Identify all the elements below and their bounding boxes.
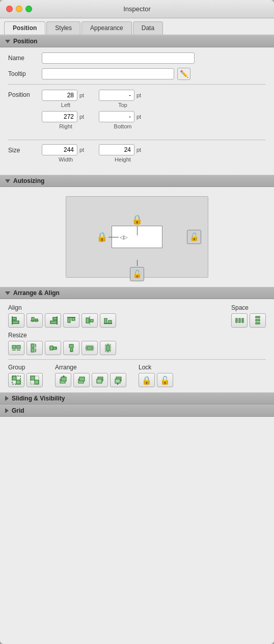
inspector-window: Inspector Position Styles Appearance Dat…: [0, 0, 274, 644]
svg-rect-1: [12, 321, 19, 324]
lock-col: Lock 🔒 🔓: [139, 364, 173, 387]
tab-bar: Position Styles Appearance Data: [0, 18, 274, 35]
name-row: Name: [8, 52, 266, 64]
top-lock-icon: 🔒: [131, 214, 143, 225]
autosizing-inner: 🔒 🔒 ◁▷ 🔓: [96, 214, 178, 260]
pos-right-input[interactable]: [42, 111, 77, 122]
svg-rect-16: [108, 320, 112, 324]
position-section-label: Position: [13, 38, 37, 45]
svg-rect-23: [256, 316, 260, 318]
group-arrange-lock-row: Group: [8, 364, 266, 387]
align-centers-h-btn[interactable]: [81, 313, 98, 328]
svg-rect-60: [79, 377, 85, 381]
ungroup-btn[interactable]: [26, 373, 43, 387]
autosizing-section-header[interactable]: Autosizing: [0, 175, 274, 187]
sliding-triangle-icon: [5, 396, 9, 401]
bottom-lock-btn[interactable]: 🔓: [130, 267, 144, 281]
svg-rect-27: [17, 345, 20, 348]
left-lock-icon: 🔒: [96, 231, 107, 243]
resize-same-width-btn[interactable]: [8, 341, 24, 355]
size-height-input[interactable]: [99, 144, 134, 155]
svg-rect-47: [106, 345, 109, 351]
close-button[interactable]: [6, 6, 13, 12]
align-left-edges-btn[interactable]: [8, 313, 24, 328]
autosizing-body: 🔒 🔒 ◁▷ 🔓: [0, 187, 274, 287]
svg-rect-50: [12, 376, 16, 380]
arrange-col: Arrange: [55, 364, 126, 387]
svg-rect-19: [239, 318, 240, 323]
zoom-button[interactable]: [25, 6, 32, 12]
resize-taller-btn[interactable]: [63, 341, 79, 355]
minimize-button[interactable]: [16, 6, 22, 12]
resize-fit-height-btn[interactable]: [100, 341, 116, 355]
resize-fit-width-btn[interactable]: [81, 341, 98, 355]
svg-rect-12: [86, 318, 89, 323]
send-to-back-btn[interactable]: [110, 373, 126, 387]
autosizing-diagram: 🔒 🔒 ◁▷ 🔓: [66, 196, 208, 278]
pos-bottom-group: pt Bottom: [99, 111, 147, 129]
tab-data[interactable]: Data: [133, 21, 163, 35]
bring-to-front-btn[interactable]: [55, 373, 71, 387]
pencil-button[interactable]: ✏️: [177, 68, 190, 80]
position-grid: pt Left pt Top: [42, 90, 147, 132]
sliding-visibility-header[interactable]: Sliding & Visibility: [0, 392, 274, 405]
arrange-section-header[interactable]: Arrange & Align: [0, 287, 274, 299]
pos-left-input[interactable]: [42, 90, 77, 101]
align-label: Align: [8, 304, 116, 311]
align-bottom-edges-btn[interactable]: [100, 313, 116, 328]
align-top-edges-btn[interactable]: [63, 313, 79, 328]
position-section-header[interactable]: Position: [0, 35, 274, 47]
autosizing-triangle-icon: [5, 179, 10, 183]
svg-rect-43: [87, 346, 92, 350]
align-centers-v-btn[interactable]: [26, 313, 43, 328]
right-lock-btn[interactable]: 🔓: [187, 230, 201, 244]
tooltip-row: Tooltip ✏️: [8, 68, 266, 80]
top-lock-group: 🔒: [131, 214, 143, 235]
size-width-group: pt Width: [42, 144, 90, 163]
align-right-edges-btn[interactable]: [45, 313, 61, 328]
name-label: Name: [8, 55, 39, 62]
space-group: Space: [231, 304, 266, 328]
unlock-btn[interactable]: 🔓: [157, 373, 173, 387]
svg-rect-26: [12, 345, 16, 348]
content-area: Position Name Tooltip ✏️ Position: [0, 35, 274, 644]
pos-bottom-sub: Bottom: [114, 123, 132, 129]
size-fields-row: pt Width pt Height: [42, 144, 147, 163]
space-horizontal-btn[interactable]: [231, 313, 248, 328]
arrange-btn-row: [55, 373, 126, 387]
pos-top-sub: Top: [118, 102, 127, 108]
name-input[interactable]: [42, 52, 195, 64]
lock-btn-row: 🔒 🔓: [139, 373, 173, 387]
tab-appearance[interactable]: Appearance: [81, 21, 132, 35]
tab-position[interactable]: Position: [4, 21, 45, 35]
svg-rect-54: [35, 380, 39, 384]
pos-bottom-input[interactable]: [99, 111, 134, 122]
size-width-input[interactable]: [42, 144, 77, 155]
lock-btn[interactable]: 🔒: [139, 373, 155, 387]
svg-rect-34: [50, 346, 53, 350]
svg-rect-10: [72, 317, 75, 320]
left-lock-group: 🔒 ◁▷: [96, 231, 128, 243]
bottom-lock-group: 🔓: [130, 260, 144, 281]
resize-btn-row: [8, 341, 266, 355]
group-btn[interactable]: [8, 373, 24, 387]
size-grid: pt Width pt Height: [42, 144, 147, 166]
space-btn-row: [231, 313, 266, 328]
resize-same-height-btn[interactable]: [26, 341, 43, 355]
position-triangle-icon: [5, 40, 10, 43]
tooltip-input[interactable]: [42, 68, 174, 79]
send-backward-btn[interactable]: [92, 373, 108, 387]
arrange-triangle-icon: [5, 291, 10, 295]
grid-section-header[interactable]: Grid: [0, 405, 274, 417]
svg-rect-38: [69, 344, 73, 347]
grid-triangle-icon: [5, 408, 9, 413]
resize-group: Resize: [8, 332, 266, 355]
pos-left-field-row: pt: [42, 90, 90, 101]
space-vertical-btn[interactable]: [250, 313, 266, 328]
pos-top-input[interactable]: [99, 90, 134, 101]
tab-styles[interactable]: Styles: [46, 21, 80, 35]
svg-rect-62: [97, 379, 102, 383]
svg-rect-0: [12, 317, 16, 320]
resize-wider-btn[interactable]: [45, 341, 61, 355]
bring-forward-btn[interactable]: [73, 373, 90, 387]
